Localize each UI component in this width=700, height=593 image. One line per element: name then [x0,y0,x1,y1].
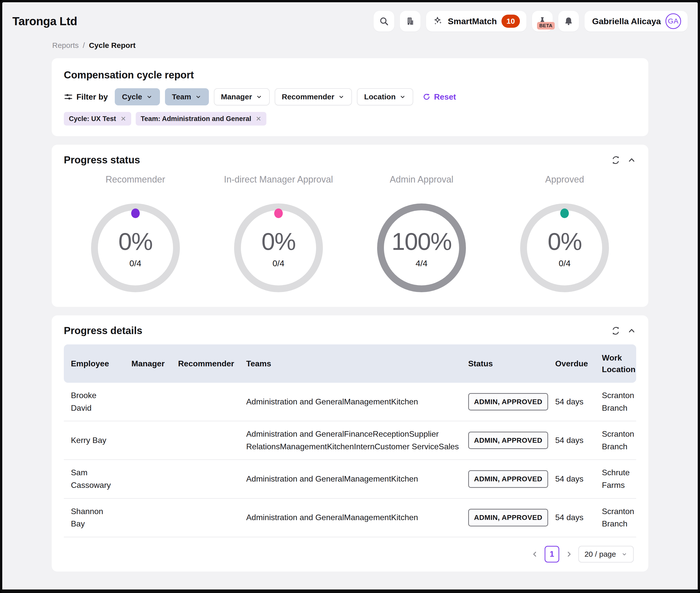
previous-page-icon[interactable] [531,550,539,558]
column-header-teams: Teams [246,358,468,369]
status-badge: ADMIN, APPROVED [468,432,548,449]
filters-card: Compensation cycle report Filter by Cycl… [52,58,648,136]
gauge-percent: 0% [118,228,152,255]
notifications-button[interactable] [558,11,579,32]
employee-cell: Sam Cassowary [71,467,132,491]
work-location-cell: Schrute Farms [602,467,636,491]
table-row: Sam Cassowary Administration and General… [64,460,636,499]
gauge-recommender: Recommender 0% 0/4 [64,174,207,292]
progress-details-card: Progress details Employee Manager Re [52,315,648,571]
overdue-cell: 54 days [555,511,602,524]
status-cell: ADMIN, APPROVED [468,509,555,526]
reset-filters-button[interactable]: Reset [422,92,456,102]
progress-details-title: Progress details [64,325,142,336]
column-header-employee: Employee [71,358,132,369]
status-cell: ADMIN, APPROVED [468,432,555,449]
next-page-icon[interactable] [565,550,573,558]
table-header: Employee Manager Recommender Teams Statu… [64,344,636,383]
user-menu[interactable]: Gabriella Alicaya GA [585,11,688,32]
donut-chart: 100% 4/4 [377,203,466,292]
top-bar: Taronga Ltd [2,2,698,32]
search-button[interactable] [374,11,394,32]
company-logo: Taronga Ltd [12,14,77,28]
filter-by-label-group: Filter by [64,92,108,102]
collapse-section-icon[interactable] [627,326,636,335]
gauge-fraction: 0/4 [272,259,284,268]
filter-chip-cycle: Cycle: UX Test ✕ [64,112,131,126]
column-header-work-location: Work Location [602,352,641,375]
overdue-cell: 54 days [555,434,602,447]
building-icon [405,16,415,26]
manager-filter-dropdown[interactable]: Manager [214,88,270,106]
donut-chart: 0% 0/4 [91,203,180,292]
team-filter-label: Team [172,92,191,101]
remove-chip-icon[interactable]: ✕ [120,115,126,123]
gauge-admin-approval: Admin Approval 100% 4/4 [350,174,493,292]
donut-chart: 0% 0/4 [234,203,323,292]
status-badge: ADMIN, APPROVED [468,470,548,487]
collapse-section-icon[interactable] [627,156,636,165]
gauge-indirect-manager-approval: In-direct Manager Approval 0% 0/4 [207,174,350,292]
chevron-down-icon [338,93,345,100]
active-filter-chips: Cycle: UX Test ✕ Team: Administration an… [64,112,636,126]
pagination: 1 20 / page [64,546,636,562]
breadcrumb-separator: / [83,41,85,50]
overdue-cell: 54 days [555,473,602,485]
cycle-filter-dropdown[interactable]: Cycle [115,88,160,106]
location-filter-dropdown[interactable]: Location [357,88,413,106]
reset-icon [422,92,431,101]
gauge-dot [274,208,283,218]
gauge-fraction: 0/4 [130,259,141,268]
filter-chip-label: Team: Administration and General [141,115,251,123]
labs-button[interactable]: BETA [532,11,553,32]
progress-gauges: Recommender 0% 0/4 In-direct Manager App… [64,174,636,292]
smartmatch-label: SmartMatch [448,16,497,26]
table-row: Brooke David Administration and GeneralM… [64,383,636,421]
refresh-icon[interactable] [611,326,621,335]
column-header-status: Status [468,358,555,369]
gauge-label: Admin Approval [390,174,453,185]
employee-cell: Shannon Bay [71,505,132,530]
chevron-down-icon [146,93,153,100]
sparkles-icon [433,16,443,27]
header-actions: SmartMatch 10 BETA [374,11,688,32]
recommender-filter-dropdown[interactable]: Recommender [275,88,352,106]
gauge-fraction: 0/4 [559,259,570,268]
chevron-down-icon [256,93,263,100]
column-header-manager: Manager [132,358,178,369]
status-cell: ADMIN, APPROVED [468,393,555,410]
sliders-icon [64,92,73,102]
donut-chart: 0% 0/4 [520,203,609,292]
refresh-icon[interactable] [611,155,621,165]
search-icon [379,16,389,26]
remove-chip-icon[interactable]: ✕ [256,115,261,123]
page-size-value: 20 / page [585,550,616,558]
smartmatch-button[interactable]: SmartMatch 10 [426,11,526,32]
gauge-percent: 0% [262,228,296,255]
progress-status-card: Progress status Recommender [52,145,648,307]
manager-filter-label: Manager [221,92,252,101]
work-location-cell: Scranton Branch [602,505,640,530]
table-row: Kerry Bay Administration and GeneralFina… [64,421,636,460]
teams-cell: Administration and GeneralManagementKitc… [246,396,468,408]
chevron-down-icon [621,551,628,557]
company-directory-button[interactable] [400,11,420,32]
user-name: Gabriella Alicaya [592,16,661,26]
gauge-dot [131,208,140,218]
gauge-approved: Approved 0% 0/4 [493,174,636,292]
status-badge: ADMIN, APPROVED [468,509,548,526]
teams-cell: Administration and GeneralFinanceRecepti… [246,428,468,453]
progress-status-title: Progress status [64,154,140,166]
status-badge: ADMIN, APPROVED [468,393,548,410]
team-filter-dropdown[interactable]: Team [165,88,209,106]
chevron-down-icon [399,93,406,100]
chevron-down-icon [195,93,202,100]
gauge-percent: 0% [548,228,582,255]
smartmatch-count-badge: 10 [502,15,520,28]
page-size-select[interactable]: 20 / page [579,546,634,562]
column-header-overdue: Overdue [555,358,602,369]
page-title: Compensation cycle report [64,69,636,81]
app-window: Taronga Ltd [0,0,700,593]
page-number-button[interactable]: 1 [545,546,559,562]
breadcrumb-reports-link[interactable]: Reports [52,41,79,50]
